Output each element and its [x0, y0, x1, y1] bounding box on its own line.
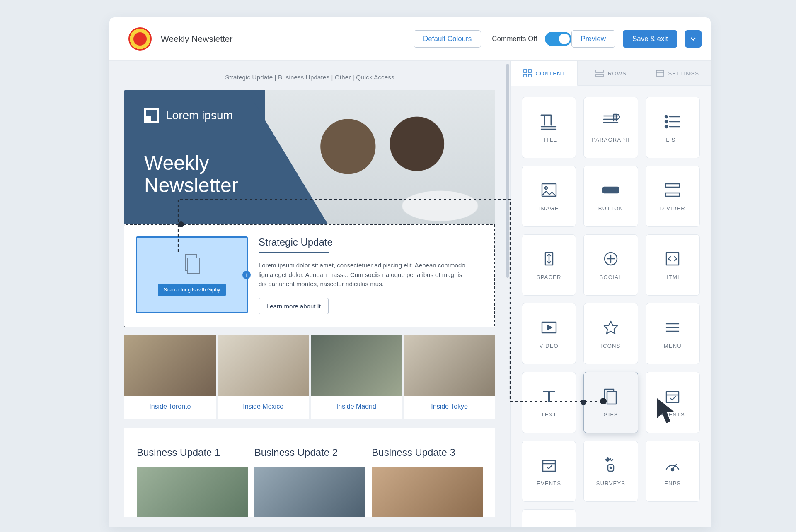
block-menu[interactable]: MENU [646, 303, 700, 364]
paragraph-icon [601, 113, 620, 130]
block-label: TEXT [541, 412, 557, 418]
block-paragraph[interactable]: PARAGRAPH [583, 97, 638, 158]
save-dropdown-button[interactable] [685, 30, 702, 48]
surveys-icon [601, 456, 620, 474]
inside-strip: Inside Toronto Inside Mexico Inside Madr… [124, 335, 495, 419]
svg-rect-2 [524, 70, 527, 72]
block-label: SOCIAL [600, 274, 622, 280]
business-card[interactable]: Business Update 3 [372, 447, 483, 517]
block-gifs[interactable]: GIFS [583, 372, 638, 433]
block-video[interactable]: VIDEO [522, 303, 576, 364]
inside-link[interactable]: Inside Toronto [124, 396, 216, 419]
enps-icon [663, 456, 682, 474]
photo-placeholder [137, 467, 248, 517]
block-label: SURVEYS [596, 480, 625, 486]
svg-point-22 [545, 187, 547, 189]
save-exit-button[interactable]: Save & exit [623, 30, 677, 48]
title-icon [540, 113, 559, 130]
hero-block[interactable]: Lorem ipsum Weekly Newsletter [124, 90, 495, 225]
block-surveys[interactable]: SURVEYS [583, 441, 638, 502]
block-image[interactable]: IMAGE [522, 166, 576, 227]
icons-icon [601, 319, 620, 336]
block-divider[interactable]: DIVIDER [646, 166, 700, 227]
document-icon [183, 254, 201, 276]
app-window: Weekly Newsletter Default Colours Commen… [109, 17, 711, 527]
block-label: SPACER [537, 274, 561, 280]
block-label: MENU [664, 343, 682, 349]
tab-rows[interactable]: ROWS [578, 61, 644, 86]
image-icon [540, 181, 559, 199]
connector-dot [178, 221, 184, 227]
block-excel[interactable] [522, 509, 576, 527]
inside-link[interactable]: Inside Tokyo [404, 396, 495, 419]
inside-link[interactable]: Inside Madrid [311, 396, 402, 419]
svg-rect-4 [524, 74, 527, 77]
block-label: EVENTS [537, 480, 561, 486]
tab-rows-label: ROWS [608, 70, 627, 77]
svg-rect-25 [665, 193, 680, 196]
learn-more-button[interactable]: Learn more about It [259, 298, 329, 314]
business-card[interactable]: Business Update 2 [254, 447, 365, 517]
social-icon [601, 250, 620, 267]
side-panel: CONTENT ROWS SETTINGS [510, 61, 711, 527]
block-events[interactable]: EVENTS [646, 372, 700, 433]
photo-placeholder [254, 467, 365, 517]
canvas[interactable]: Strategic Update | Business Updates | Ot… [109, 61, 510, 527]
menu-icon [663, 319, 682, 336]
svg-rect-23 [603, 187, 619, 193]
panel-tabs: CONTENT ROWS SETTINGS [511, 61, 711, 86]
svg-rect-6 [596, 70, 603, 72]
inside-card[interactable]: Inside Toronto [124, 335, 216, 419]
block-enps[interactable]: ENPS [646, 441, 700, 502]
block-social[interactable]: SOCIAL [583, 234, 638, 296]
block-title[interactable]: TITLE [522, 97, 576, 158]
preview-button[interactable]: Preview [571, 30, 615, 48]
strategic-update-row[interactable]: Search for gifs with Giphy + Strategic U… [124, 224, 495, 327]
block-button[interactable]: BUTTON [583, 166, 638, 227]
block-label: BUTTON [598, 205, 623, 212]
settings-icon [656, 69, 664, 77]
canvas-scrollbar[interactable] [504, 61, 510, 527]
strategic-paragraph: Lorem ipsum dolor sit amet, consectetuer… [259, 261, 470, 289]
header-bar: Weekly Newsletter Default Colours Commen… [109, 17, 711, 61]
inside-card[interactable]: Inside Madrid [311, 335, 402, 419]
tab-content-label: CONTENT [536, 70, 565, 77]
block-label: EVENTS [661, 412, 685, 418]
business-card[interactable]: Business Update 1 [137, 447, 248, 517]
document-title: Weekly Newsletter [161, 34, 233, 44]
tab-content[interactable]: CONTENT [511, 61, 578, 86]
grid-icon [523, 69, 532, 77]
block-events[interactable]: EVENTS [522, 441, 576, 502]
comments-toggle-label: Comments Off [492, 35, 537, 43]
divider-icon [663, 181, 682, 199]
text-icon [540, 388, 559, 405]
search-gifs-button[interactable]: Search for gifs with Giphy [158, 284, 226, 296]
block-icons[interactable]: ICONS [583, 303, 638, 364]
svg-point-17 [665, 125, 668, 128]
svg-point-42 [610, 467, 612, 469]
svg-rect-8 [656, 70, 664, 76]
block-label: HTML [664, 274, 681, 280]
inside-link[interactable]: Inside Mexico [218, 396, 309, 419]
block-spacer[interactable]: SPACER [522, 234, 576, 296]
events-icon [540, 456, 559, 474]
default-colours-button[interactable]: Default Colours [414, 30, 481, 48]
tab-settings[interactable]: SETTINGS [644, 61, 711, 86]
comments-toggle[interactable] [545, 32, 571, 46]
resize-handle-icon[interactable]: + [242, 271, 251, 279]
block-label: ENPS [664, 480, 681, 486]
spacer-icon [540, 250, 559, 267]
tab-settings-label: SETTINGS [668, 70, 699, 77]
brand-logo-icon [128, 27, 152, 51]
hero-brand-label: Lorem ipsum [166, 109, 233, 122]
svg-rect-1 [188, 258, 199, 274]
inside-card[interactable]: Inside Tokyo [404, 335, 495, 419]
strategic-heading: Strategic Update [259, 236, 470, 248]
block-html[interactable]: HTML [646, 234, 700, 296]
block-text[interactable]: TEXT [522, 372, 576, 433]
gif-drop-zone[interactable]: Search for gifs with Giphy + [136, 236, 248, 313]
inside-card[interactable]: Inside Mexico [218, 335, 309, 419]
block-label: DIVIDER [660, 205, 685, 212]
events-icon [663, 388, 682, 405]
block-list[interactable]: LIST [646, 97, 700, 158]
